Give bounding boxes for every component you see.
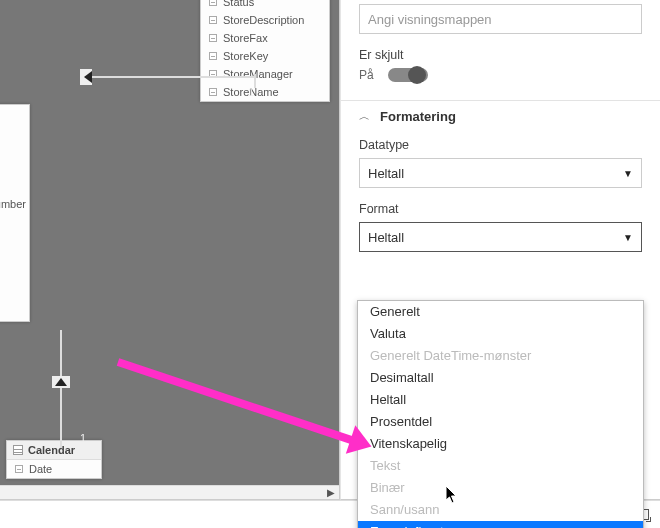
caret-down-icon: ▼ <box>623 232 633 243</box>
relationship-arrow-icon <box>55 378 67 386</box>
display-folder-input[interactable]: Angi visningsmappen <box>359 4 642 34</box>
dropdown-option[interactable]: Vitenskapelig <box>358 433 643 455</box>
column-icon <box>209 16 217 24</box>
table-card-calendar[interactable]: Calendar Date <box>6 440 102 479</box>
table-row: d Name <box>0 105 29 123</box>
is-hidden-label: Er skjult <box>359 48 642 62</box>
placeholder-text: Angi visningsmappen <box>368 12 492 27</box>
column-icon <box>15 465 23 473</box>
table-row: StoreDescription <box>201 11 329 29</box>
table-row: egory <box>0 123 29 141</box>
dropdown-option[interactable]: Heltall <box>358 389 643 411</box>
table-row: ductDescription <box>0 303 29 321</box>
relationship-line[interactable] <box>254 74 256 88</box>
relationship-line[interactable] <box>86 76 256 78</box>
select-value: Heltall <box>368 230 404 245</box>
column-icon <box>209 88 217 96</box>
scroll-right-icon[interactable]: ▶ <box>325 487 337 499</box>
table-row: ht <box>0 213 29 231</box>
table-row: StoreManager <box>201 65 329 83</box>
dropdown-option[interactable]: Egendefinert <box>358 521 643 528</box>
relationship-cardinality: 1 <box>80 432 86 444</box>
table-row: StoreName <box>201 83 329 101</box>
table-row: tID <box>0 285 29 303</box>
dropdown-option: Binær <box>358 477 643 499</box>
table-header: Calendar <box>7 441 101 460</box>
table-icon <box>13 445 23 455</box>
datatype-select[interactable]: Heltall ▼ <box>359 158 642 188</box>
column-icon <box>209 0 217 6</box>
relationship-line[interactable] <box>60 330 62 448</box>
table-row: Status <box>201 0 329 11</box>
format-label: Format <box>359 202 642 216</box>
dropdown-option: Sann/usann <box>358 499 643 521</box>
table-row: tomerAccountNumber <box>0 195 29 213</box>
caret-down-icon: ▼ <box>623 168 633 179</box>
dropdown-option: Tekst <box>358 455 643 477</box>
canvas-horizontal-scrollbar[interactable]: ▶ <box>0 485 339 499</box>
table-row: s <box>0 141 29 159</box>
table-row: l <box>0 249 29 267</box>
format-dropdown[interactable]: GenereltValutaGenerelt DateTime-mønsterD… <box>357 300 644 528</box>
table-row: or <box>0 159 29 177</box>
chevron-up-icon: ︿ <box>359 109 370 124</box>
is-hidden-toggle[interactable] <box>388 68 428 82</box>
datatype-label: Datatype <box>359 138 642 152</box>
formatting-group-header[interactable]: ︿ Formatering <box>359 109 642 124</box>
model-canvas[interactable]: Status StoreDescription StoreFax StoreKe… <box>0 0 340 500</box>
table-row: ufacturer <box>0 231 29 249</box>
dropdown-option[interactable]: Generelt <box>358 301 643 323</box>
column-icon <box>209 34 217 42</box>
table-row: StoreFax <box>201 29 329 47</box>
column-icon <box>209 52 217 60</box>
select-value: Heltall <box>368 166 404 181</box>
relationship-cardinality: 1 <box>248 86 254 98</box>
table-row: ntry <box>0 177 29 195</box>
divider <box>341 100 660 101</box>
table-card-left[interactable]: d Name egory s or ntry tomerAccountNumbe… <box>0 104 30 322</box>
table-row: StoreKey <box>201 47 329 65</box>
dropdown-option[interactable]: Prosentdel <box>358 411 643 433</box>
group-title: Formatering <box>380 109 456 124</box>
table-card-stores[interactable]: Status StoreDescription StoreFax StoreKe… <box>200 0 330 102</box>
dropdown-option[interactable]: Valuta <box>358 323 643 345</box>
table-row: Date <box>7 460 101 478</box>
table-row: erDate <box>0 267 29 285</box>
toggle-value: På <box>359 68 374 82</box>
format-select[interactable]: Heltall ▼ <box>359 222 642 252</box>
toggle-knob-icon <box>408 66 426 84</box>
dropdown-option: Generelt DateTime-mønster <box>358 345 643 367</box>
dropdown-option[interactable]: Desimaltall <box>358 367 643 389</box>
relationship-arrow-icon <box>84 71 92 83</box>
